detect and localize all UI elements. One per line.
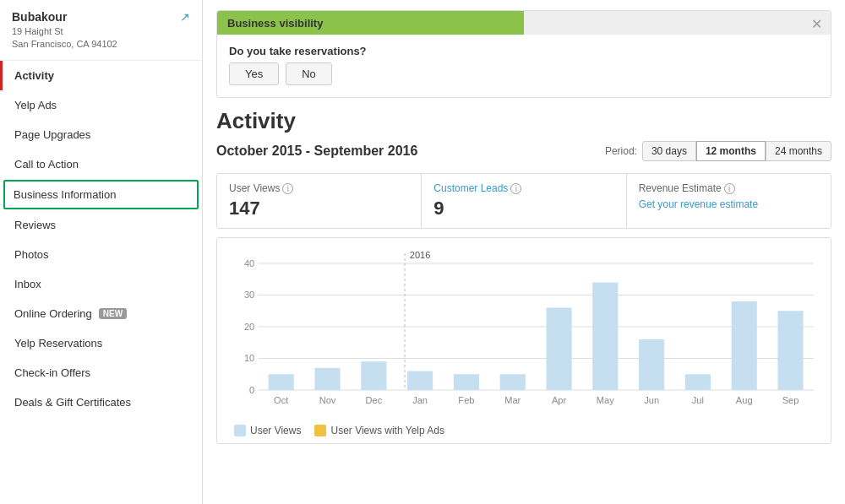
svg-text:Mar: Mar: [504, 395, 521, 405]
svg-rect-34: [777, 311, 803, 390]
svg-rect-24: [546, 308, 571, 391]
business-visibility-banner: Business visibility ✕ Do you take reserv…: [216, 10, 831, 98]
stat-cell-customer-leads: Customer Leadsi9: [422, 174, 626, 228]
svg-rect-26: [592, 283, 618, 391]
sidebar-item-label: Photos: [14, 248, 48, 261]
revenue-estimate-link[interactable]: Get your revenue estimate: [639, 198, 758, 210]
close-button[interactable]: ✕: [811, 16, 822, 32]
legend-item: User Views: [234, 425, 301, 436]
svg-text:Oct: Oct: [274, 395, 288, 405]
svg-text:Aug: Aug: [736, 395, 753, 405]
stat-label: User Viewsi: [229, 182, 409, 194]
sidebar-item-label: Reviews: [14, 219, 56, 231]
sidebar-item-yelp-ads[interactable]: Yelp Ads: [0, 90, 202, 120]
stat-cell-user-views: User Viewsi147: [217, 174, 422, 228]
legend-color-box: [234, 425, 246, 436]
svg-text:Apr: Apr: [552, 395, 567, 405]
svg-text:Dec: Dec: [365, 395, 382, 405]
stat-label: Customer Leadsi: [433, 182, 613, 194]
svg-text:20: 20: [244, 322, 254, 332]
sidebar-item-label: Yelp Ads: [14, 99, 57, 111]
sidebar-item-label: Check-in Offers: [14, 366, 90, 379]
info-icon[interactable]: i: [282, 183, 293, 194]
activity-chart: 0102030402016OctNovDecJanFebMarAprMayJun…: [226, 247, 822, 415]
sidebar-item-label: Call to Action: [14, 158, 79, 171]
sidebar-item-label: Page Upgrades: [14, 128, 90, 141]
info-icon[interactable]: i: [724, 183, 735, 194]
period-range: October 2015 - September 2016: [216, 144, 417, 159]
business-name: Bubakour: [12, 10, 190, 24]
svg-text:Sep: Sep: [782, 395, 799, 405]
legend-label: User Views: [250, 425, 301, 436]
stat-cell-revenue-estimate: Revenue EstimateiGet your revenue estima…: [627, 174, 831, 228]
svg-rect-16: [361, 361, 386, 390]
svg-rect-12: [269, 374, 294, 390]
svg-text:Jul: Jul: [692, 395, 704, 405]
svg-rect-30: [685, 374, 711, 390]
svg-text:2016: 2016: [410, 250, 431, 260]
svg-text:Jun: Jun: [644, 395, 659, 405]
legend-label: User Views with Yelp Ads: [330, 425, 444, 436]
sidebar-item-label: Deals & Gift Certificates: [14, 396, 131, 409]
sidebar-item-call-to-action[interactable]: Call to Action: [0, 149, 202, 179]
legend-item: User Views with Yelp Ads: [314, 425, 444, 436]
stat-value: 147: [229, 198, 409, 219]
main-content: Business visibility ✕ Do you take reserv…: [203, 0, 845, 504]
sidebar-item-label: Activity: [14, 69, 54, 82]
sidebar-item-reviews[interactable]: Reviews: [0, 210, 202, 240]
period-btn-30-days[interactable]: 30 days: [642, 141, 696, 161]
sidebar-item-deals-gift-certificates[interactable]: Deals & Gift Certificates: [0, 387, 202, 417]
yes-button[interactable]: Yes: [229, 62, 279, 85]
stat-label: Revenue Estimatei: [639, 182, 819, 194]
sidebar: Bubakour 19 Haight St San Francisco, CA …: [0, 0, 203, 504]
sidebar-item-photos[interactable]: Photos: [0, 240, 202, 269]
stat-value: 9: [433, 198, 613, 219]
svg-rect-20: [454, 374, 479, 390]
sidebar-item-online-ordering[interactable]: Online OrderingNEW: [0, 299, 202, 328]
svg-text:Feb: Feb: [458, 395, 474, 405]
progress-bar: Business visibility ✕: [217, 11, 831, 35]
activity-title: Activity: [216, 108, 831, 134]
svg-rect-14: [314, 368, 340, 390]
sidebar-item-label: Inbox: [14, 278, 41, 290]
sidebar-item-activity[interactable]: Activity: [0, 61, 202, 90]
info-icon[interactable]: i: [510, 183, 521, 194]
banner-answer-buttons: Yes No: [217, 62, 831, 85]
external-link-icon[interactable]: ↗: [180, 10, 190, 24]
period-row: October 2015 - September 2016 Period: 30…: [216, 141, 831, 161]
sidebar-item-label: Yelp Reservations: [14, 337, 102, 350]
business-info-header: Bubakour 19 Haight St San Francisco, CA …: [0, 0, 202, 61]
chart-container: 0102030402016OctNovDecJanFebMarAprMayJun…: [216, 237, 831, 444]
sidebar-nav: ActivityYelp AdsPage UpgradesCall to Act…: [0, 61, 202, 504]
new-badge: NEW: [99, 308, 127, 319]
svg-text:40: 40: [244, 258, 254, 268]
sidebar-item-inbox[interactable]: Inbox: [0, 269, 202, 299]
stat-label-link[interactable]: Customer Leads: [433, 182, 508, 194]
sidebar-item-yelp-reservations[interactable]: Yelp Reservations: [0, 328, 202, 358]
sidebar-item-label: Online Ordering: [14, 307, 92, 320]
svg-rect-18: [407, 371, 433, 391]
period-btn-12-months[interactable]: 12 months: [696, 141, 766, 161]
sidebar-item-business-information[interactable]: Business Information: [3, 180, 199, 209]
svg-text:10: 10: [244, 354, 254, 364]
period-label: Period:: [605, 145, 637, 157]
activity-section: Activity October 2015 - September 2016 P…: [203, 108, 845, 461]
svg-rect-32: [732, 301, 757, 390]
business-address: 19 Haight St San Francisco, CA 94102: [12, 25, 190, 51]
sidebar-item-page-upgrades[interactable]: Page Upgrades: [0, 120, 202, 149]
legend-color-box: [314, 425, 326, 436]
no-button[interactable]: No: [286, 62, 332, 85]
period-controls: Period: 30 days12 months24 months: [605, 141, 831, 161]
sidebar-item-label: Business Information: [14, 188, 116, 201]
sidebar-item-check-in-offers[interactable]: Check-in Offers: [0, 358, 202, 387]
svg-text:Jan: Jan: [412, 395, 428, 405]
banner-question: Do you take reservations?: [217, 35, 831, 62]
progress-fill: Business visibility: [217, 11, 524, 35]
svg-rect-22: [500, 374, 526, 390]
svg-text:Nov: Nov: [319, 395, 336, 405]
svg-text:May: May: [597, 395, 614, 405]
svg-text:30: 30: [244, 290, 254, 301]
chart-legend: User ViewsUser Views with Yelp Ads: [226, 418, 822, 443]
stats-row: User Viewsi147Customer Leadsi9Revenue Es…: [216, 173, 831, 229]
period-btn-24-months[interactable]: 24 months: [766, 141, 831, 161]
